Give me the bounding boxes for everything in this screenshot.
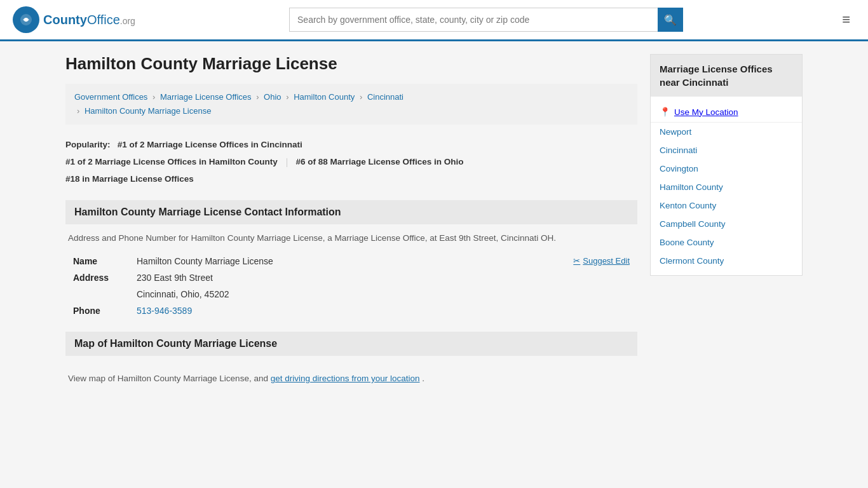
phone-value: 513-946-3589 (132, 302, 478, 319)
search-icon: 🔍 (664, 14, 677, 26)
search-bar: 🔍 (289, 8, 683, 32)
address-line1: 230 East 9th Street (132, 269, 478, 286)
sidebar-title: Marriage License Offices near Cincinnati (651, 55, 802, 97)
sidebar: Marriage License Offices near Cincinnati… (650, 54, 803, 392)
sidebar-link-newport[interactable]: Newport (660, 127, 691, 137)
sidebar-link-clermont-county[interactable]: Clermont County (660, 256, 724, 266)
popularity-rank2: #1 of 2 Marriage License Offices in Hami… (65, 157, 278, 166)
sidebar-link-kenton-county[interactable]: Kenton County (660, 201, 716, 210)
breadcrumb: Government Offices › Marriage License Of… (65, 84, 637, 125)
breadcrumb-cincinnati[interactable]: Cincinnati (367, 92, 403, 102)
phone-link[interactable]: 513-946-3589 (137, 306, 192, 316)
sidebar-item-campbell-county[interactable]: Campbell County (651, 215, 802, 233)
breadcrumb-ohio[interactable]: Ohio (264, 92, 281, 102)
name-value: Hamilton County Marriage License (132, 253, 478, 269)
sidebar-box: Marriage License Offices near Cincinnati… (650, 54, 803, 276)
sidebar-link-campbell-county[interactable]: Campbell County (660, 219, 726, 229)
breadcrumb-marriage-license-offices[interactable]: Marriage License Offices (160, 92, 252, 102)
menu-icon: ≡ (842, 11, 850, 27)
breadcrumb-government-offices[interactable]: Government Offices (74, 92, 147, 102)
sidebar-link-covington[interactable]: Covington (660, 164, 698, 173)
breadcrumb-hamilton-county[interactable]: Hamilton County (294, 92, 355, 102)
suggest-edit-button[interactable]: ✂ Suggest Edit (573, 256, 630, 266)
logo: CountyOffice.org (13, 6, 135, 33)
breadcrumb-current[interactable]: Hamilton County Marriage License (85, 106, 211, 116)
contact-description: Address and Phone Number for Hamilton Co… (68, 233, 635, 243)
page-container: Hamilton County Marriage License Governm… (53, 41, 815, 405)
sidebar-item-kenton-county[interactable]: Kenton County (651, 196, 802, 215)
sidebar-item-newport[interactable]: Newport (651, 123, 802, 141)
sidebar-link-cincinnati[interactable]: Cincinnati (660, 146, 697, 155)
sidebar-link-boone-county[interactable]: Boone County (660, 238, 714, 247)
address-line2: Cincinnati, Ohio, 45202 (132, 286, 478, 302)
main-content: Hamilton County Marriage License Governm… (65, 54, 637, 392)
popularity-rank1: #1 of 2 Marriage License Offices in Cinc… (118, 140, 302, 149)
sidebar-item-boone-county[interactable]: Boone County (651, 233, 802, 252)
suggest-edit-cell: ✂ Suggest Edit (478, 253, 635, 319)
sidebar-item-hamilton-county[interactable]: Hamilton County (651, 178, 802, 196)
contact-block: Address and Phone Number for Hamilton Co… (65, 233, 637, 319)
driving-directions-link[interactable]: get driving directions from your locatio… (271, 374, 420, 383)
contact-table: Name Hamilton County Marriage License ✂ … (68, 253, 635, 319)
search-button[interactable]: 🔍 (658, 8, 683, 32)
address-label: Address (68, 269, 132, 286)
search-input[interactable] (289, 8, 658, 32)
menu-button[interactable]: ≡ (837, 9, 855, 30)
map-description: View map of Hamilton County Marriage Lic… (65, 365, 637, 392)
use-my-location[interactable]: 📍 Use My Location (651, 102, 802, 122)
use-my-location-link[interactable]: Use My Location (674, 107, 738, 117)
sidebar-link-hamilton-county[interactable]: Hamilton County (660, 182, 723, 192)
svg-point-2 (24, 18, 28, 22)
location-pin-icon: 📍 (660, 107, 670, 117)
suggest-edit-label: Suggest Edit (583, 256, 630, 266)
sidebar-item-clermont-county[interactable]: Clermont County (651, 252, 802, 270)
site-header: CountyOffice.org 🔍 ≡ (0, 0, 868, 41)
sidebar-item-cincinnati[interactable]: Cincinnati (651, 141, 802, 159)
map-desc-end: . (422, 374, 424, 383)
map-section: Map of Hamilton County Marriage License … (65, 332, 637, 392)
popularity-rank4: #18 in Marriage License Offices (65, 174, 194, 184)
map-section-header: Map of Hamilton County Marriage License (65, 332, 637, 356)
edit-icon: ✂ (573, 256, 580, 266)
map-desc-text: View map of Hamilton County Marriage Lic… (68, 374, 271, 383)
popularity-label: Popularity: (65, 140, 111, 149)
phone-label: Phone (68, 302, 132, 319)
logo-text: CountyOffice.org (43, 13, 135, 27)
page-title: Hamilton County Marriage License (65, 54, 637, 74)
contact-section-header: Hamilton County Marriage License Contact… (65, 200, 637, 224)
logo-icon (13, 6, 39, 33)
popularity-rank3: #6 of 88 Marriage License Offices in Ohi… (295, 157, 463, 166)
name-label: Name (68, 253, 132, 269)
sidebar-item-covington[interactable]: Covington (651, 159, 802, 178)
sidebar-list: 📍 Use My Location Newport Cincinnati Cov… (651, 97, 802, 275)
popularity-section: Popularity: #1 of 2 Marriage License Off… (65, 136, 637, 187)
name-row: Name Hamilton County Marriage License ✂ … (68, 253, 635, 269)
